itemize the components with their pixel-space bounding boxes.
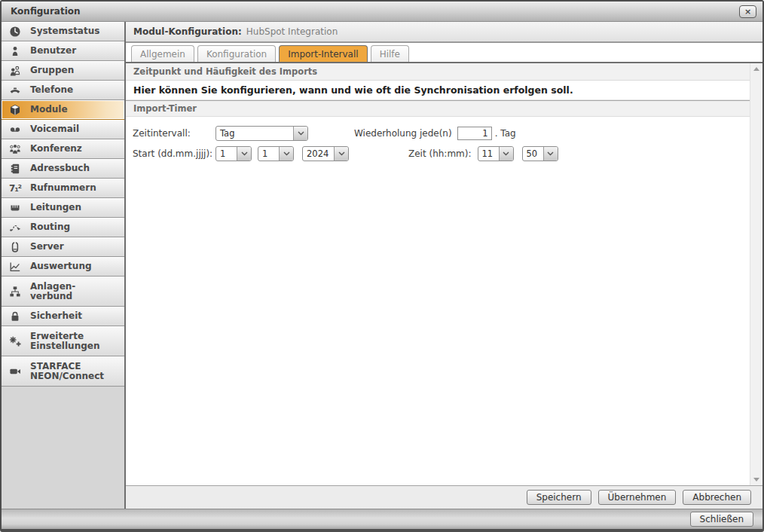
start-year-select[interactable]: 2024 — [302, 146, 349, 161]
conference-icon — [8, 143, 23, 155]
section-header: Zeitpunkt und Häufigkeit des Imports — [126, 63, 750, 81]
tab-allgemein[interactable]: Allgemein — [131, 45, 194, 62]
sidebar: Systemstatus Benutzer Gruppen Telefone M… — [2, 22, 126, 509]
sidebar-item-leitungen[interactable]: Leitungen — [2, 198, 124, 218]
action-bar: Speichern Übernehmen Abbrechen — [126, 485, 762, 509]
sidebar-item-label: Telefone — [30, 85, 73, 95]
sidebar-item-telefone[interactable]: Telefone — [2, 81, 124, 100]
numbers-icon: 7₁² — [8, 183, 23, 194]
chevron-down-icon — [237, 147, 251, 161]
interval-select[interactable]: Tag — [215, 126, 308, 141]
user-icon — [8, 45, 23, 57]
main-panel: Modul-Konfiguration: HubSpot Integration… — [126, 22, 762, 509]
module-header: Modul-Konfiguration: HubSpot Integration — [126, 22, 762, 43]
sidebar-item-label: Konferenz — [30, 144, 82, 154]
cancel-button[interactable]: Abbrechen — [683, 490, 751, 505]
tab-konfiguration[interactable]: Konfiguration — [197, 45, 276, 62]
lock-icon — [8, 310, 23, 323]
interval-label: Zeitintervall: — [133, 128, 215, 139]
time-hour-select[interactable]: 11 — [478, 146, 514, 161]
sidebar-item-label: Leitungen — [30, 203, 81, 212]
chevron-down-icon — [543, 147, 558, 161]
info-text: Hier können Sie konfigurieren, wann und … — [126, 81, 750, 100]
sidebar-item-sicherheit[interactable]: Sicherheit — [2, 307, 124, 326]
tab-bar: Allgemein Konfiguration Import-Intervall… — [126, 43, 762, 63]
chevron-down-icon — [334, 147, 348, 161]
start-month-select[interactable]: 1 — [258, 146, 294, 161]
sidebar-filler — [2, 387, 124, 509]
title-bar: Konfiguration × — [2, 2, 762, 22]
sidebar-item-server[interactable]: Server — [2, 237, 124, 257]
sidebar-item-label: Auswertung — [30, 261, 92, 271]
save-button[interactable]: Speichern — [527, 490, 591, 505]
sidebar-item-label: Systemstatus — [30, 26, 99, 36]
scroll-down-icon[interactable] — [753, 478, 759, 482]
sidebar-item-systemstatus[interactable]: Systemstatus — [2, 22, 124, 41]
module-header-value: HubSpot Integration — [246, 26, 338, 37]
repeat-suffix: . Tag — [495, 128, 516, 139]
sidebar-item-anlagenverbund[interactable]: Anlagen- verbund — [2, 277, 124, 307]
sidebar-item-routing[interactable]: Routing — [2, 218, 124, 237]
voicemail-icon — [8, 124, 23, 136]
sidebar-item-label: Routing — [30, 222, 70, 232]
close-button[interactable]: × — [739, 5, 756, 18]
sidebar-item-adressbuch[interactable]: Adressbuch — [2, 159, 124, 179]
close-icon: × — [744, 8, 751, 16]
sidebar-item-benutzer[interactable]: Benutzer — [2, 41, 124, 61]
sidebar-item-konferenz[interactable]: Konferenz — [2, 139, 124, 159]
sidebar-item-auswertung[interactable]: Auswertung — [2, 257, 124, 277]
sidebar-item-voicemail[interactable]: Voicemail — [2, 120, 124, 139]
sidebar-item-label: Rufnummern — [30, 183, 96, 193]
sidebar-item-label: Module — [30, 105, 68, 115]
time-label: Zeit (hh:mm): — [408, 148, 472, 159]
sidebar-item-label: STARFACE NEON/Connect — [30, 362, 104, 381]
window-title: Konfiguration — [11, 6, 81, 17]
cube-icon — [8, 104, 23, 116]
lines-icon — [8, 202, 23, 214]
start-label: Start (dd.mm.jjjj): — [133, 148, 215, 159]
group-icon — [8, 65, 23, 77]
start-day-select[interactable]: 1 — [215, 146, 252, 161]
server-icon — [8, 241, 23, 253]
sidebar-item-starface-neon-connect[interactable]: STARFACE NEON/Connect — [2, 356, 124, 387]
import-timer-form: Zeitintervall: Tag Wiederholung jede(n) … — [126, 117, 750, 485]
chevron-down-icon — [293, 127, 307, 140]
content-area: Zeitpunkt und Häufigkeit des Imports Hie… — [126, 63, 750, 485]
sidebar-item-label: Server — [30, 242, 64, 252]
sidebar-item-label: Sicherheit — [30, 311, 82, 321]
clock-icon — [8, 26, 23, 38]
routing-icon — [8, 222, 23, 234]
sidebar-item-label: Benutzer — [30, 46, 76, 56]
module-header-label: Modul-Konfiguration: — [133, 26, 242, 37]
address-book-icon — [8, 163, 23, 175]
start-row: Start (dd.mm.jjjj): 1 1 2024 — [133, 146, 742, 161]
advanced-settings-icon — [8, 335, 23, 347]
interval-row: Zeitintervall: Tag Wiederholung jede(n) … — [133, 126, 742, 141]
sidebar-item-module[interactable]: Module — [2, 100, 124, 120]
sidebar-item-rufnummern[interactable]: 7₁² Rufnummern — [2, 179, 124, 198]
bottom-bar: Schließen — [2, 509, 762, 529]
repeat-label: Wiederholung jede(n) — [354, 128, 452, 139]
network-icon — [8, 286, 23, 298]
chevron-down-icon — [499, 147, 513, 161]
sidebar-item-erweiterte-einstellungen[interactable]: Erweiterte Einstellungen — [2, 326, 124, 356]
tab-import-intervall[interactable]: Import-Intervall — [279, 45, 367, 62]
phone-icon — [8, 84, 23, 96]
sidebar-item-label: Anlagen- verbund — [30, 282, 75, 301]
sidebar-item-label: Voicemail — [30, 124, 79, 134]
vertical-scrollbar[interactable] — [750, 63, 762, 485]
chevron-down-icon — [279, 147, 293, 161]
tab-hilfe[interactable]: Hilfe — [371, 45, 409, 62]
import-timer-group-header: Import-Timer — [126, 100, 750, 117]
close-window-button[interactable]: Schließen — [690, 512, 753, 527]
sidebar-item-gruppen[interactable]: Gruppen — [2, 61, 124, 81]
time-minute-select[interactable]: 50 — [522, 146, 558, 161]
sidebar-item-label: Gruppen — [30, 66, 74, 75]
scroll-up-icon[interactable] — [753, 67, 759, 71]
chart-icon — [8, 261, 23, 273]
repeat-input[interactable] — [457, 127, 492, 140]
video-camera-icon — [8, 365, 23, 378]
sidebar-item-label: Erweiterte Einstellungen — [30, 332, 99, 351]
sidebar-item-label: Adressbuch — [30, 164, 90, 173]
apply-button[interactable]: Übernehmen — [598, 490, 677, 505]
